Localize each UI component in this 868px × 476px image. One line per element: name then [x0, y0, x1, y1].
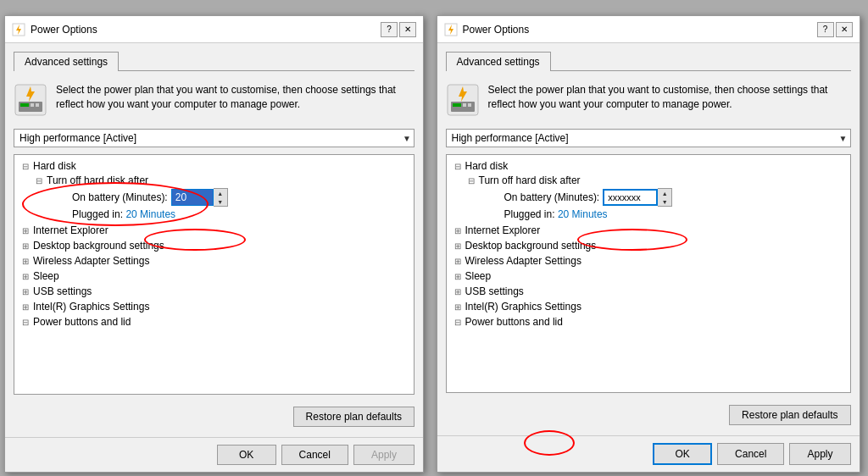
left-plan-dropdown[interactable]: High performance [Active] Balanced Power… [14, 129, 415, 147]
right-plan-dropdown[interactable]: High performance [Active] Balanced Power… [446, 129, 851, 147]
left-power-options-dialog: Power Options ? ✕ Advanced settings [4, 15, 424, 473]
left-tree-item-internet-explorer[interactable]: ⊞ Internet Explorer [18, 223, 410, 238]
left-sleep-label: Sleep [33, 270, 59, 282]
right-tab-bar: Advanced settings [446, 52, 851, 71]
left-intel-label: Intel(R) Graphics Settings [33, 301, 149, 313]
right-expand-ie-icon: ⊞ [452, 224, 464, 236]
left-help-button[interactable]: ? [381, 22, 398, 37]
left-hard-disk-label: Hard disk [33, 160, 76, 172]
left-usb-label: USB settings [33, 285, 92, 297]
right-ok-button[interactable]: OK [653, 443, 712, 465]
left-on-battery-spin-down[interactable]: ▼ [214, 197, 227, 206]
right-expand-sleep-icon: ⊞ [452, 270, 464, 282]
svg-rect-14 [468, 103, 471, 107]
right-tree-item-desktop-bg[interactable]: ⊞ Desktop background settings [450, 238, 847, 253]
right-tab-advanced[interactable]: Advanced settings [446, 52, 551, 71]
left-plugged-value: 20 Minutes [125, 208, 175, 220]
right-tree-item-turn-off: ⊟ Turn off hard disk after On battery (M… [450, 173, 847, 222]
right-expand-intel-icon: ⊞ [452, 301, 464, 313]
left-tree-container[interactable]: ⊟ Hard disk ⊟ Turn off hard disk after [14, 154, 415, 395]
left-plan-dropdown-wrapper: High performance [Active] Balanced Power… [14, 129, 415, 147]
right-sleep-label: Sleep [465, 270, 492, 282]
right-expand-usb-icon: ⊞ [452, 285, 464, 297]
right-dialog-content: Advanced settings Select the power plan … [437, 43, 860, 435]
left-on-battery-input[interactable] [171, 189, 214, 206]
right-power-icon [446, 83, 480, 117]
left-description-text: Select the power plan that you want to c… [56, 83, 415, 112]
right-power-buttons-label: Power buttons and lid [465, 316, 563, 328]
right-hard-disk-label: Hard disk [465, 160, 509, 172]
right-expand-turn-off-icon: ⊟ [465, 174, 477, 186]
right-apply-button[interactable]: Apply [789, 443, 850, 465]
left-tree-item-power-buttons[interactable]: ⊟ Power buttons and lid [18, 314, 410, 329]
left-tree-item-hard-disk: ⊟ Hard disk ⊟ Turn off hard disk after [18, 158, 410, 223]
left-on-battery-spin-up[interactable]: ▲ [214, 189, 227, 197]
right-description-text: Select the power plan that you want to c… [488, 83, 851, 112]
right-restore-button[interactable]: Restore plan defaults [729, 405, 850, 425]
right-tree-item-ie[interactable]: ⊞ Internet Explorer [450, 223, 847, 238]
left-dialog-content: Advanced settings Select the power plan … [5, 43, 423, 437]
left-tab-bar: Advanced settings [14, 52, 415, 71]
left-expand-hard-disk-icon: ⊟ [19, 160, 31, 172]
left-cancel-button[interactable]: Cancel [281, 445, 348, 465]
left-power-buttons-label: Power buttons and lid [33, 316, 131, 328]
left-apply-button[interactable]: Apply [353, 445, 415, 465]
right-tree-container[interactable]: ⊟ Hard disk ⊟ Turn off hard disk after [446, 154, 851, 393]
left-expand-intel-icon: ⊞ [19, 301, 31, 313]
left-expand-wireless-icon: ⊞ [19, 255, 31, 267]
right-expand-wireless-icon: ⊞ [452, 255, 464, 267]
right-close-button[interactable]: ✕ [836, 22, 853, 37]
right-plugged-label: Plugged in: [504, 208, 558, 220]
left-expand-usb-icon: ⊞ [19, 285, 31, 297]
left-dialog-title: Power Options [31, 24, 97, 36]
left-tree-item-turn-off: ⊟ Turn off hard disk after On battery (M… [18, 173, 410, 222]
left-restore-button[interactable]: Restore plan defaults [293, 407, 415, 427]
right-tree-item-intel[interactable]: ⊞ Intel(R) Graphics Settings [450, 299, 847, 314]
right-on-battery-row: On battery (Minutes): ▲ ▼ [464, 187, 847, 208]
right-on-battery-label: On battery (Minutes): [504, 191, 600, 203]
right-on-battery-spin-up[interactable]: ▲ [658, 189, 671, 197]
left-on-battery-row: On battery (Minutes): ▲ ▼ [31, 187, 410, 208]
right-ie-label: Internet Explorer [465, 224, 541, 236]
right-plugged-row: Plugged in: 20 Minutes [464, 208, 847, 221]
left-expand-power-btn-icon: ⊟ [19, 316, 31, 328]
left-plugged-row: Plugged in: 20 Minutes [31, 208, 410, 221]
right-description-area: Select the power plan that you want to c… [446, 78, 851, 122]
right-cancel-button[interactable]: Cancel [717, 443, 784, 465]
left-expand-desktop-icon: ⊞ [19, 240, 31, 252]
left-tree-item-desktop-bg[interactable]: ⊞ Desktop background settings [18, 238, 410, 253]
svg-rect-6 [36, 103, 39, 107]
right-expand-power-btn-icon: ⊟ [452, 316, 464, 328]
right-dialog-footer: OK Cancel Apply [437, 435, 860, 472]
left-expand-ie-icon: ⊞ [19, 224, 31, 236]
left-expand-turn-off-icon: ⊟ [33, 174, 45, 186]
svg-rect-4 [20, 103, 29, 107]
right-on-battery-input[interactable] [603, 189, 658, 206]
right-plugged-value: 20 Minutes [558, 208, 608, 220]
right-help-button[interactable]: ? [817, 22, 834, 37]
left-tab-advanced[interactable]: Advanced settings [14, 52, 119, 71]
left-tree-item-intel[interactable]: ⊞ Intel(R) Graphics Settings [18, 299, 410, 314]
left-ie-label: Internet Explorer [33, 224, 108, 236]
left-tree-item-usb[interactable]: ⊞ USB settings [18, 284, 410, 299]
left-close-button[interactable]: ✕ [399, 22, 416, 37]
right-power-options-dialog: Power Options ? ✕ Advanced settings [437, 15, 860, 473]
left-tree-item-wireless[interactable]: ⊞ Wireless Adapter Settings [18, 253, 410, 268]
left-ok-button[interactable]: OK [217, 445, 276, 465]
left-description-area: Select the power plan that you want to c… [14, 78, 415, 122]
right-dialog-title: Power Options [463, 24, 530, 36]
left-desktop-bg-label: Desktop background settings [33, 240, 164, 252]
left-titlebar: Power Options ? ✕ [5, 16, 423, 43]
right-tree-item-power-buttons[interactable]: ⊟ Power buttons and lid [450, 314, 847, 329]
svg-rect-13 [463, 103, 466, 107]
left-power-icon [14, 83, 47, 117]
left-tree-item-sleep[interactable]: ⊞ Sleep [18, 268, 410, 284]
left-turn-off-label: Turn off hard disk after [47, 174, 148, 186]
left-dialog-footer: OK Cancel Apply [5, 437, 423, 472]
right-tree-item-wireless[interactable]: ⊞ Wireless Adapter Settings [450, 253, 847, 268]
right-tree-item-usb[interactable]: ⊞ USB settings [450, 284, 847, 299]
right-on-battery-spin-down[interactable]: ▼ [658, 197, 671, 206]
svg-rect-12 [453, 103, 461, 107]
right-tree-item-sleep[interactable]: ⊞ Sleep [450, 268, 847, 284]
left-wireless-label: Wireless Adapter Settings [33, 255, 149, 267]
